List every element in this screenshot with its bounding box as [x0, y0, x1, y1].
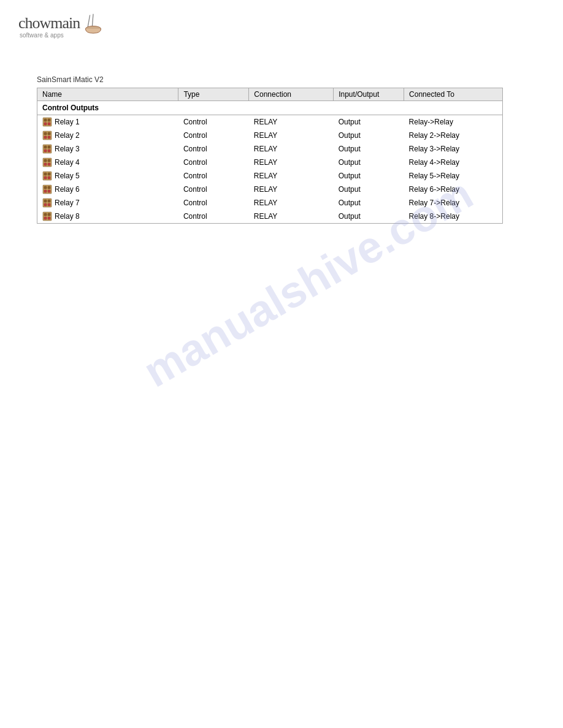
svg-rect-41 — [44, 217, 47, 219]
cell-io: Output — [334, 169, 404, 183]
svg-rect-6 — [44, 123, 47, 125]
cell-type: Control — [178, 129, 249, 142]
svg-rect-21 — [44, 163, 47, 165]
svg-rect-15 — [48, 146, 50, 148]
svg-rect-20 — [48, 159, 50, 162]
logo-subtitle: software & apps — [20, 32, 64, 39]
relay-icon — [42, 157, 52, 167]
svg-rect-32 — [48, 190, 50, 192]
cell-type: Control — [178, 156, 249, 169]
svg-rect-14 — [44, 146, 47, 148]
svg-rect-27 — [48, 176, 50, 179]
svg-rect-4 — [44, 119, 47, 121]
relay-icon — [42, 198, 52, 208]
cell-name: Relay 8 — [37, 210, 160, 223]
cell-io: Output — [334, 142, 404, 156]
cell-connected-to: Relay 3->Relay — [404, 142, 503, 156]
svg-rect-36 — [44, 203, 47, 206]
svg-rect-30 — [48, 186, 50, 189]
cell-name: Relay 2 — [37, 129, 160, 142]
svg-rect-12 — [48, 136, 50, 138]
svg-rect-24 — [44, 173, 47, 175]
relay-name-text: Relay 6 — [55, 185, 80, 194]
relay-name-text: Relay 8 — [55, 212, 80, 221]
col-header-connected: Connected To — [404, 88, 503, 101]
cell-connection: RELAY — [249, 210, 334, 224]
cell-name: Relay 6 — [37, 183, 160, 196]
relay-icon — [42, 171, 52, 181]
cell-connection: RELAY — [249, 169, 334, 183]
table-row: Relay 6ControlRELAYOutputRelay 6->Relay — [37, 183, 503, 196]
relay-name-text: Relay 2 — [55, 131, 80, 140]
data-table: Name Type Connection Input/Output Connec… — [37, 88, 503, 224]
cell-connected-to: Relay 8->Relay — [404, 210, 503, 224]
col-header-type: Type — [178, 88, 249, 101]
cell-name: Relay 5 — [37, 169, 160, 183]
svg-rect-22 — [48, 163, 50, 165]
cell-type: Control — [178, 115, 249, 129]
col-header-name: Name — [37, 88, 178, 101]
cell-io: Output — [334, 210, 404, 224]
cell-io: Output — [334, 156, 404, 169]
table-header-row: Name Type Connection Input/Output Connec… — [37, 88, 503, 101]
svg-rect-31 — [44, 190, 47, 192]
table-row: Relay 2ControlRELAYOutputRelay 2->Relay — [37, 129, 503, 142]
relay-icon — [42, 184, 52, 194]
svg-line-1 — [93, 14, 94, 28]
svg-rect-7 — [48, 123, 50, 125]
cell-name: Relay 3 — [37, 142, 160, 156]
table-row: Relay 7ControlRELAYOutputRelay 7->Relay — [37, 196, 503, 210]
relay-icon — [42, 117, 52, 127]
svg-line-0 — [88, 15, 90, 28]
svg-rect-5 — [48, 119, 50, 121]
cell-connected-to: Relay 5->Relay — [404, 169, 503, 183]
main-content: SainSmart iMatic V2 Name Type Connection… — [0, 63, 563, 236]
table-row: Relay 8ControlRELAYOutputRelay 8->Relay — [37, 210, 503, 224]
cell-connection: RELAY — [249, 129, 334, 142]
device-title: SainSmart iMatic V2 — [37, 75, 526, 84]
table-row: Relay 4ControlRELAYOutputRelay 4->Relay — [37, 156, 503, 169]
svg-rect-40 — [48, 213, 50, 216]
svg-rect-16 — [44, 150, 47, 152]
logo-area: chowmain software & apps — [0, 0, 563, 51]
table-row: Relay 3ControlRELAYOutputRelay 3->Relay — [37, 142, 503, 156]
cell-connection: RELAY — [249, 142, 334, 156]
cell-connected-to: Relay->Relay — [404, 115, 503, 129]
relay-name-text: Relay 3 — [55, 145, 80, 153]
cell-connection: RELAY — [249, 196, 334, 210]
cell-io: Output — [334, 183, 404, 196]
svg-rect-42 — [48, 217, 50, 219]
svg-rect-17 — [48, 150, 50, 152]
cell-connected-to: Relay 7->Relay — [404, 196, 503, 210]
cell-name: Relay 1 — [37, 115, 160, 129]
cell-type: Control — [178, 183, 249, 196]
cell-io: Output — [334, 196, 404, 210]
col-header-io: Input/Output — [334, 88, 404, 101]
cell-connection: RELAY — [249, 156, 334, 169]
cell-connected-to: Relay 2->Relay — [404, 129, 503, 142]
logo-bowl-icon — [82, 12, 104, 34]
svg-rect-29 — [44, 186, 47, 189]
svg-rect-34 — [44, 200, 47, 202]
relay-icon — [42, 144, 52, 154]
cell-name: Relay 4 — [37, 156, 160, 169]
cell-connection: RELAY — [249, 183, 334, 196]
svg-rect-35 — [48, 200, 50, 202]
cell-type: Control — [178, 142, 249, 156]
svg-rect-26 — [44, 176, 47, 179]
relay-icon — [42, 131, 52, 140]
cell-connected-to: Relay 4->Relay — [404, 156, 503, 169]
svg-rect-10 — [48, 132, 50, 135]
section-label: Control Outputs — [37, 101, 503, 115]
svg-rect-11 — [44, 136, 47, 138]
cell-name: Relay 7 — [37, 196, 160, 210]
svg-rect-9 — [44, 132, 47, 135]
relay-name-text: Relay 7 — [55, 199, 80, 207]
section-header-row: Control Outputs — [37, 101, 503, 115]
col-header-connection: Connection — [249, 88, 334, 101]
cell-type: Control — [178, 210, 249, 224]
svg-rect-37 — [48, 203, 50, 206]
logo-text: chowmain — [18, 14, 80, 32]
table-row: Relay 1ControlRELAYOutputRelay->Relay — [37, 115, 503, 129]
relay-icon — [42, 211, 52, 221]
